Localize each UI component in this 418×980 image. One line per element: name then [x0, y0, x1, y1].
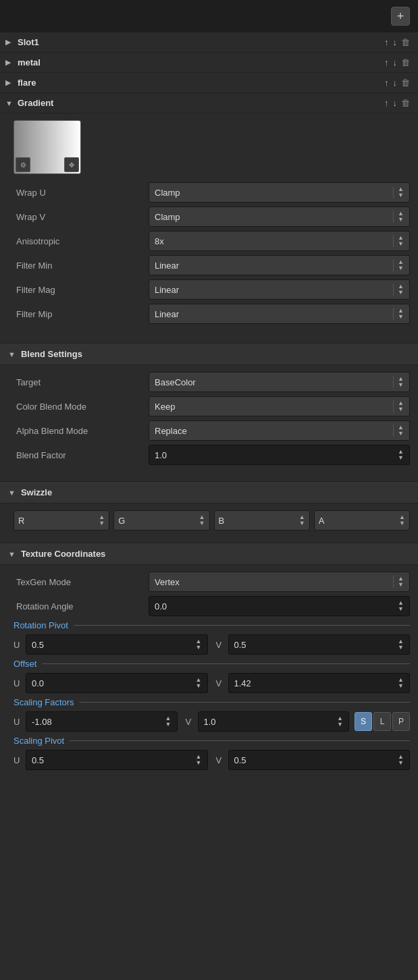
scaling-pivot-uv-row: U 0.5 ▲▼ V 0.5 ▲▼	[14, 750, 410, 770]
wrapV-arrows[interactable]: ▲▼	[398, 211, 404, 223]
prop-row-rotationAngle: Rotation Angle 0.0 ▲▼	[14, 596, 410, 616]
slot1-chevron[interactable]: ▶	[5, 38, 18, 47]
anisotropic-divider	[393, 235, 394, 247]
wrapU-arrows[interactable]: ▲▼	[398, 186, 404, 198]
rotationAngle-field[interactable]: 0.0 ▲▼	[149, 596, 410, 616]
blend-settings-body: Target BaseColor ▲▼ Color Blend Mode Kee…	[0, 365, 418, 476]
blendFactor-field[interactable]: 1.0 ▲▼	[149, 445, 410, 465]
scaling-pivot-v-field[interactable]: 0.5 ▲▼	[228, 750, 411, 770]
slp-s-button[interactable]: S	[355, 712, 372, 731]
wrapU-select[interactable]: Clamp ▲▼	[149, 182, 410, 202]
slot-row-slot1: ▶ Slot1 ↑ ↓ 🗑	[0, 32, 418, 53]
filterMin-select[interactable]: Linear ▲▼	[149, 255, 410, 275]
blendFactor-label: Blend Factor	[14, 450, 149, 460]
slot1-delete-icon[interactable]: 🗑	[401, 37, 410, 47]
rotationAngle-arrows[interactable]: ▲▼	[398, 600, 404, 612]
scaling-pivot-u-label: U	[14, 755, 23, 765]
blendFactor-arrows[interactable]: ▲▼	[398, 449, 404, 461]
alphaBlendMode-select[interactable]: Replace ▲▼	[149, 420, 410, 441]
offset-line	[42, 663, 410, 664]
scaling-v-arrows[interactable]: ▲▼	[337, 715, 343, 728]
anisotropic-arrows[interactable]: ▲▼	[398, 235, 404, 247]
slp-l-button[interactable]: L	[373, 712, 391, 731]
blend-settings-header[interactable]: ▼ Blend Settings	[0, 343, 418, 365]
prop-row-filterMin: Filter Min Linear ▲▼	[14, 255, 410, 275]
gradient-controls: ↑ ↓ 🗑	[384, 98, 410, 108]
offset-u-arrows[interactable]: ▲▼	[196, 677, 202, 689]
metal-down-icon[interactable]: ↓	[393, 57, 398, 67]
slot1-down-icon[interactable]: ↓	[393, 37, 398, 47]
swizzle-header[interactable]: ▼ Swizzle	[0, 481, 418, 503]
rotationAngle-label: Rotation Angle	[14, 601, 149, 611]
prop-row-anisotropic: Anisotropic 8x ▲▼	[14, 231, 410, 251]
texture-coords-body: TexGen Mode Vertex ▲▼ Rotation Angle 0.0…	[0, 565, 418, 781]
gradient-chevron[interactable]: ▼	[5, 99, 18, 107]
gradient-delete-icon[interactable]: 🗑	[401, 98, 410, 108]
flare-delete-icon[interactable]: 🗑	[401, 78, 410, 88]
filterMin-arrows[interactable]: ▲▼	[398, 259, 404, 271]
prop-row-wrapU: Wrap U Clamp ▲▼	[14, 182, 410, 202]
filterMip-arrows[interactable]: ▲▼	[398, 308, 404, 320]
gradient-down-icon[interactable]: ↓	[393, 98, 398, 108]
gradient-up-icon[interactable]: ↑	[384, 98, 389, 108]
texture-coords-header[interactable]: ▼ Texture Coordinates	[0, 543, 418, 565]
alphaBlendMode-value: Replace	[155, 426, 389, 436]
filterMag-select[interactable]: Linear ▲▼	[149, 279, 410, 300]
swizzle-b-field[interactable]: B ▲▼	[214, 510, 310, 530]
texGenMode-select[interactable]: Vertex ▲▼	[149, 572, 410, 592]
scaling-v-value: 1.0	[204, 717, 216, 727]
prop-row-texGenMode: TexGen Mode Vertex ▲▼	[14, 572, 410, 592]
swizzle-g-arrows[interactable]: ▲▼	[199, 514, 205, 526]
wrapV-divider	[393, 211, 394, 223]
scaling-pivot-divider: Scaling Pivot	[14, 736, 410, 746]
slot1-up-icon[interactable]: ↑	[384, 37, 389, 47]
wrapV-select[interactable]: Clamp ▲▼	[149, 207, 410, 227]
rotation-pivot-label: Rotation Pivot	[14, 620, 68, 630]
rotation-pivot-v-field[interactable]: 0.5 ▲▼	[228, 634, 411, 655]
scaling-pivot-v-label: V	[216, 755, 226, 765]
scaling-factors-line	[80, 702, 410, 703]
prop-row-colorBlendMode: Color Blend Mode Keep ▲▼	[14, 396, 410, 416]
rotation-pivot-v-arrows[interactable]: ▲▼	[398, 638, 404, 651]
metal-delete-icon[interactable]: 🗑	[401, 57, 410, 67]
rotation-pivot-u-arrows[interactable]: ▲▼	[196, 638, 202, 651]
swizzle-b-arrows[interactable]: ▲▼	[299, 514, 305, 526]
metal-up-icon[interactable]: ↑	[384, 57, 389, 67]
swizzle-a-field[interactable]: A ▲▼	[314, 510, 410, 530]
alphaBlendMode-arrows[interactable]: ▲▼	[398, 425, 404, 437]
scaling-pivot-u-field[interactable]: 0.5 ▲▼	[26, 750, 208, 770]
filterMip-select[interactable]: Linear ▲▼	[149, 304, 410, 324]
swizzle-a-arrows[interactable]: ▲▼	[399, 514, 405, 526]
colorBlendMode-arrows[interactable]: ▲▼	[398, 400, 404, 412]
flare-up-icon[interactable]: ↑	[384, 78, 389, 88]
target-select[interactable]: BaseColor ▲▼	[149, 372, 410, 392]
offset-v-arrows[interactable]: ▲▼	[398, 677, 404, 689]
filterMip-label: Filter Mip	[14, 309, 149, 319]
swizzle-g-field[interactable]: G ▲▼	[113, 510, 209, 530]
texture-coords-title: Texture Coordinates	[21, 549, 105, 559]
metal-chevron[interactable]: ▶	[5, 58, 18, 67]
colorBlendMode-select[interactable]: Keep ▲▼	[149, 396, 410, 416]
offset-v-field[interactable]: 1.42 ▲▼	[228, 673, 411, 693]
offset-u-field[interactable]: 0.0 ▲▼	[26, 673, 208, 693]
texGenMode-arrows[interactable]: ▲▼	[398, 576, 404, 588]
wrapV-label: Wrap V	[14, 212, 149, 222]
filterMag-arrows[interactable]: ▲▼	[398, 283, 404, 296]
gradient-preview[interactable]: ⚙ ✥	[14, 120, 81, 174]
swizzle-r-arrows[interactable]: ▲▼	[99, 514, 105, 526]
scaling-u-arrows[interactable]: ▲▼	[165, 715, 172, 728]
scaling-pivot-u-arrows[interactable]: ▲▼	[196, 754, 202, 766]
gradient-edit-icon[interactable]: ✥	[64, 157, 79, 172]
add-button[interactable]: +	[391, 7, 410, 26]
gradient-settings-icon[interactable]: ⚙	[16, 157, 30, 172]
scaling-pivot-v-arrows[interactable]: ▲▼	[398, 754, 404, 766]
rotation-pivot-u-field[interactable]: 0.5 ▲▼	[26, 634, 208, 655]
scaling-v-field[interactable]: 1.0 ▲▼	[198, 711, 350, 732]
swizzle-r-field[interactable]: R ▲▼	[14, 510, 109, 530]
target-arrows[interactable]: ▲▼	[398, 376, 404, 388]
slp-p-button[interactable]: P	[392, 712, 410, 731]
anisotropic-select[interactable]: 8x ▲▼	[149, 231, 410, 251]
flare-down-icon[interactable]: ↓	[393, 78, 398, 88]
scaling-u-field[interactable]: -1.08 ▲▼	[26, 711, 178, 732]
flare-chevron[interactable]: ▶	[5, 78, 18, 87]
